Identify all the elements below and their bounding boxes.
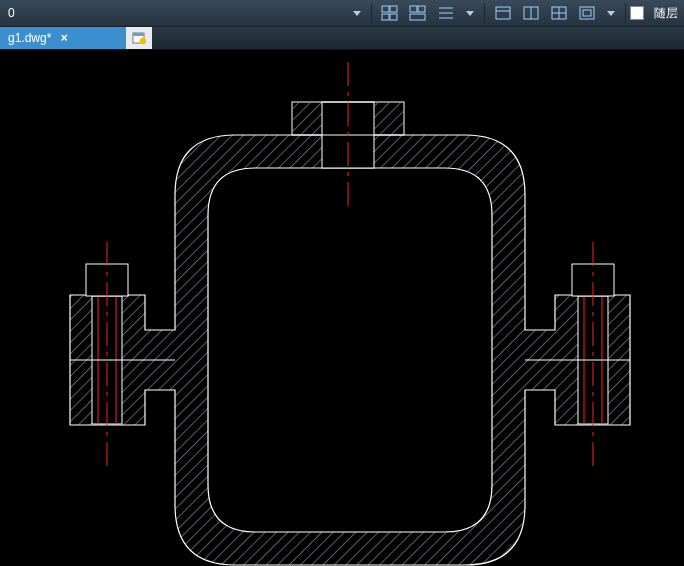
layer-name-label[interactable]: 随层 — [648, 5, 684, 22]
drawing-canvas[interactable] — [0, 50, 684, 566]
layer-color-swatch[interactable] — [630, 6, 644, 20]
toolbar-value[interactable]: 0 — [0, 6, 66, 20]
dropdown-arrow-icon-2[interactable] — [466, 11, 474, 16]
layer-boxes-2-icon[interactable] — [406, 2, 430, 24]
svg-rect-20 — [133, 33, 144, 36]
toolbar-divider-1 — [371, 3, 372, 23]
cad-drawing — [0, 50, 684, 566]
top-flange-hatch-right — [374, 103, 403, 134]
window-split-icon[interactable] — [519, 2, 543, 24]
layer-boxes-1-icon[interactable] — [378, 2, 402, 24]
tab-label: g1.dwg* — [8, 31, 51, 45]
dropdown-arrow-icon[interactable] — [353, 11, 361, 16]
window-max-icon[interactable] — [575, 2, 599, 24]
window-icon-1[interactable] — [491, 2, 515, 24]
svg-rect-10 — [496, 7, 510, 19]
svg-rect-0 — [382, 6, 389, 12]
document-tabstrip: g1.dwg* × — [0, 27, 684, 50]
toolbar-divider-3 — [625, 3, 626, 23]
svg-rect-4 — [410, 6, 417, 12]
svg-rect-5 — [418, 6, 425, 12]
close-icon[interactable]: × — [57, 31, 71, 45]
dropdown-arrow-icon-3[interactable] — [607, 11, 615, 16]
toolbar-divider-2 — [484, 3, 485, 23]
svg-rect-3 — [390, 14, 397, 20]
svg-rect-1 — [390, 6, 397, 12]
svg-rect-6 — [410, 14, 425, 20]
layer-list-icon[interactable] — [434, 2, 458, 24]
svg-point-21 — [140, 38, 146, 44]
svg-rect-18 — [583, 10, 591, 16]
svg-rect-17 — [580, 7, 594, 19]
top-toolbar: 0 随层 — [0, 0, 684, 27]
svg-rect-2 — [382, 14, 389, 20]
new-tab-button[interactable] — [126, 27, 152, 49]
vessel-wall-hatch — [70, 135, 630, 565]
tab-active-document[interactable]: g1.dwg* × — [0, 27, 126, 49]
top-flange-hatch-left — [293, 103, 322, 134]
window-grid-icon[interactable] — [547, 2, 571, 24]
